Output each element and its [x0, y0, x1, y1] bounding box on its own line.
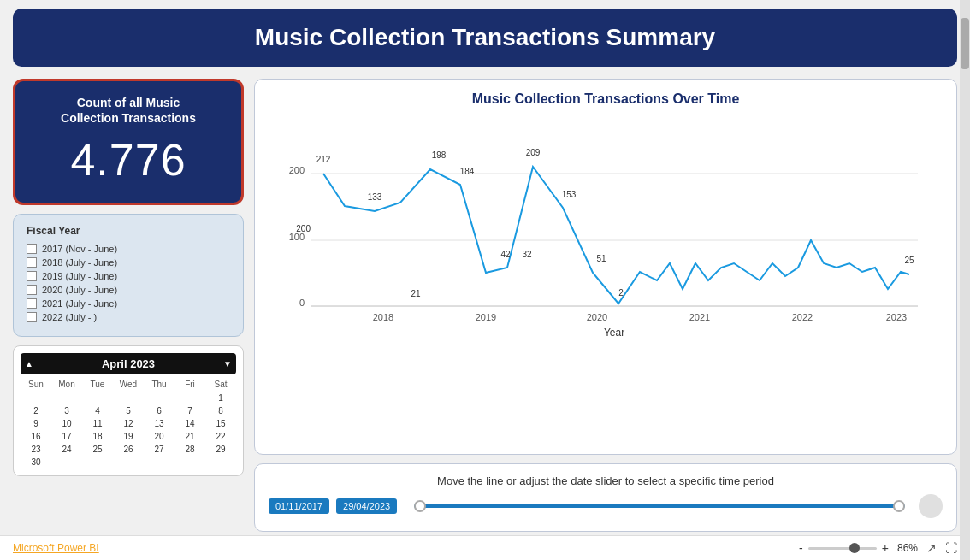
- slider-circle-handle[interactable]: [919, 494, 943, 518]
- cal-day-16[interactable]: 16: [21, 430, 51, 443]
- fiscal-item-2022[interactable]: 2022 (July - ): [27, 312, 230, 322]
- cal-day-29[interactable]: 29: [205, 443, 236, 456]
- cal-day-3[interactable]: 3: [51, 404, 82, 417]
- cal-day-28[interactable]: 28: [174, 443, 205, 456]
- fiscal-checkbox-2018[interactable]: [27, 257, 37, 268]
- fiscal-checkbox-2019[interactable]: [27, 271, 37, 281]
- cal-day-24[interactable]: 24: [51, 443, 82, 456]
- date-badge-start: 01/11/2017: [269, 498, 329, 514]
- chart-svg-container: 0 100 200 2018 2019 2020 2021: [269, 114, 943, 345]
- zoom-percent: 86%: [897, 542, 918, 554]
- slider-card: Move the line or adjust the date slider …: [254, 463, 957, 532]
- cal-day-17[interactable]: 17: [51, 430, 82, 443]
- cal-day-2[interactable]: 2: [21, 404, 51, 417]
- cal-day-11[interactable]: 11: [82, 417, 113, 430]
- cal-day-22[interactable]: 22: [205, 430, 236, 443]
- x-label-2020: 2020: [587, 312, 607, 322]
- x-axis-title: Year: [604, 327, 624, 339]
- cal-day-30[interactable]: 30: [21, 456, 51, 469]
- fiscal-item-2020[interactable]: 2020 (July - June): [27, 285, 230, 295]
- data-label-184: 184: [460, 167, 475, 176]
- scrollbar-thumb[interactable]: [961, 18, 969, 69]
- cal-day-10[interactable]: 10: [51, 417, 82, 430]
- cal-day-26[interactable]: 26: [113, 443, 144, 456]
- cal-day-20[interactable]: 20: [144, 430, 174, 443]
- x-label-2023: 2023: [886, 312, 907, 322]
- fiscal-item-2019[interactable]: 2019 (July - June): [27, 271, 230, 281]
- powerbi-link[interactable]: Microsoft Power BI: [13, 542, 99, 554]
- fiscal-item-2017[interactable]: 2017 (Nov - June): [27, 244, 230, 254]
- zoom-handle[interactable]: [849, 543, 860, 553]
- cal-day-5[interactable]: 5: [113, 404, 144, 417]
- cal-day-4[interactable]: 4: [82, 404, 113, 417]
- zoom-slider[interactable]: [808, 547, 877, 550]
- fiscal-item-2018[interactable]: 2018 (July - June): [27, 257, 230, 268]
- cal-day-25[interactable]: 25: [82, 443, 113, 456]
- kpi-value: 4.776: [33, 134, 224, 186]
- data-label-51: 51: [596, 254, 606, 263]
- cal-day-18[interactable]: 18: [82, 430, 113, 443]
- page-wrapper: Music Collection Transactions Summary Co…: [0, 0, 970, 560]
- calendar-next[interactable]: ▼: [223, 359, 232, 368]
- line-chart-polyline: [323, 167, 909, 304]
- kpi-label: Count of all Music Collection Transactio…: [33, 95, 224, 126]
- slider-handle-right[interactable]: [893, 500, 905, 512]
- page-title: Music Collection Transactions Summary: [255, 24, 715, 50]
- fiscal-label-2021: 2021 (July - June): [42, 298, 117, 309]
- data-label-32: 32: [522, 250, 532, 259]
- fiscal-checkbox-2021[interactable]: [27, 298, 37, 309]
- cal-day-7[interactable]: 7: [174, 404, 205, 417]
- calendar-day-headers: Sun Mon Tue Wed Thu Fri Sat: [21, 380, 236, 389]
- data-label-25: 25: [904, 256, 914, 265]
- calendar-card: ▲ April 2023 ▼ Sun Mon Tue Wed Thu Fri S…: [13, 345, 244, 476]
- data-label-209: 209: [526, 148, 541, 157]
- fiscal-filter-title: Fiscal Year: [27, 225, 230, 237]
- bottom-bar: Microsoft Power BI - + 86% ↗ ⛶: [0, 535, 970, 560]
- fiscal-item-2021[interactable]: 2021 (July - June): [27, 298, 230, 309]
- fiscal-year-filter: Fiscal Year 2017 (Nov - June) 2018 (July…: [13, 214, 244, 337]
- share-icon[interactable]: ↗: [926, 541, 937, 555]
- fiscal-label-2018: 2018 (July - June): [42, 257, 117, 268]
- cal-day-23[interactable]: 23: [21, 443, 51, 456]
- slider-track[interactable]: [414, 504, 905, 508]
- fiscal-label-2019: 2019 (July - June): [42, 271, 117, 281]
- x-label-2021: 2021: [689, 312, 710, 322]
- line-chart-card: Music Collection Transactions Over Time …: [254, 79, 957, 455]
- cal-day-8[interactable]: 8: [205, 404, 236, 417]
- calendar-header: ▲ April 2023 ▼: [21, 353, 236, 374]
- slider-title: Move the line or adjust the date slider …: [269, 475, 943, 487]
- fiscal-checkbox-2022[interactable]: [27, 312, 37, 322]
- cal-day-19[interactable]: 19: [113, 430, 144, 443]
- kpi-card: Count of all Music Collection Transactio…: [13, 79, 244, 205]
- cal-day-9[interactable]: 9: [21, 417, 51, 430]
- cal-day-1[interactable]: 1: [205, 392, 236, 404]
- cal-day-15[interactable]: 15: [205, 417, 236, 430]
- data-label-200: 200: [296, 224, 311, 233]
- right-column: Music Collection Transactions Over Time …: [254, 79, 957, 532]
- scrollbar[interactable]: [960, 0, 970, 560]
- fiscal-label-2022: 2022 (July - ): [42, 312, 97, 322]
- cal-day-12[interactable]: 12: [113, 417, 144, 430]
- cal-day-27[interactable]: 27: [144, 443, 174, 456]
- cal-day-21[interactable]: 21: [174, 430, 205, 443]
- fiscal-checkbox-2017[interactable]: [27, 244, 37, 254]
- zoom-control: - + 86%: [799, 541, 918, 555]
- fullscreen-icon[interactable]: ⛶: [945, 541, 957, 555]
- slider-row: 01/11/2017 29/04/2023: [269, 494, 943, 518]
- x-label-2022: 2022: [792, 312, 813, 322]
- fiscal-checkbox-2020[interactable]: [27, 285, 37, 295]
- zoom-plus[interactable]: +: [882, 541, 889, 555]
- y-label-0: 0: [299, 298, 305, 308]
- fiscal-label-2017: 2017 (Nov - June): [42, 244, 117, 254]
- header-banner: Music Collection Transactions Summary: [13, 9, 957, 67]
- slider-handle-left[interactable]: [414, 500, 426, 512]
- cal-day-13[interactable]: 13: [144, 417, 174, 430]
- main-content: Count of all Music Collection Transactio…: [13, 79, 957, 532]
- bottom-right-controls: - + 86% ↗ ⛶: [799, 541, 957, 555]
- cal-day-6[interactable]: 6: [144, 404, 174, 417]
- cal-day-14[interactable]: 14: [174, 417, 205, 430]
- date-badge-end: 29/04/2023: [336, 498, 397, 514]
- calendar-prev[interactable]: ▲: [25, 359, 33, 368]
- zoom-minus[interactable]: -: [799, 541, 803, 555]
- x-label-2019: 2019: [476, 312, 496, 322]
